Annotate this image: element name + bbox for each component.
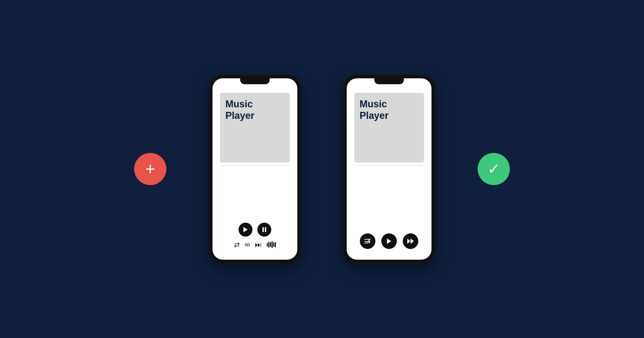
play-button-right[interactable]	[381, 233, 397, 249]
svg-marker-3	[387, 238, 391, 244]
fastforward-button-right[interactable]	[403, 233, 418, 249]
phone-right: Music Player	[343, 75, 435, 263]
svg-marker-0	[243, 227, 248, 232]
controls-row1	[239, 223, 271, 237]
notch-left	[240, 78, 270, 84]
phone-left: Music Player	[209, 75, 301, 263]
divider-left	[220, 165, 290, 166]
notch-right	[374, 78, 404, 84]
svg-marker-5	[411, 238, 414, 244]
svg-rect-1	[262, 227, 264, 232]
album-art-right: Music Player	[354, 93, 424, 163]
controls-left: ⇄ ∞ ⏭	[234, 223, 276, 249]
shuffle-button-right[interactable]	[360, 233, 375, 249]
album-art-left: Music Player	[220, 93, 290, 163]
album-title-left: Music Player	[225, 98, 284, 121]
plus-icon: +	[145, 160, 155, 178]
repeat-icon-left[interactable]: ∞	[245, 240, 250, 249]
phone-left-screen: Music Player	[213, 78, 297, 260]
shuffle-icon-left[interactable]: ⇄	[234, 241, 240, 249]
phone-right-screen: Music Player	[347, 78, 431, 260]
svg-rect-2	[265, 227, 266, 232]
play-button-left[interactable]	[239, 223, 253, 237]
confirm-button[interactable]: ✓	[478, 153, 510, 185]
fastforward-icon-left[interactable]: ⏭	[255, 241, 262, 249]
controls-row2: ⇄ ∞ ⏭	[234, 240, 276, 249]
pause-button-left[interactable]	[257, 223, 271, 237]
add-button[interactable]: +	[134, 153, 166, 185]
divider-right	[354, 165, 424, 166]
scene: + Music Player	[0, 0, 644, 338]
waveform-icon-left[interactable]	[267, 241, 276, 248]
controls-right	[360, 233, 418, 249]
check-icon: ✓	[488, 161, 500, 177]
svg-marker-4	[407, 238, 410, 244]
controls-row-right	[360, 233, 418, 249]
album-title-right: Music Player	[360, 98, 419, 121]
